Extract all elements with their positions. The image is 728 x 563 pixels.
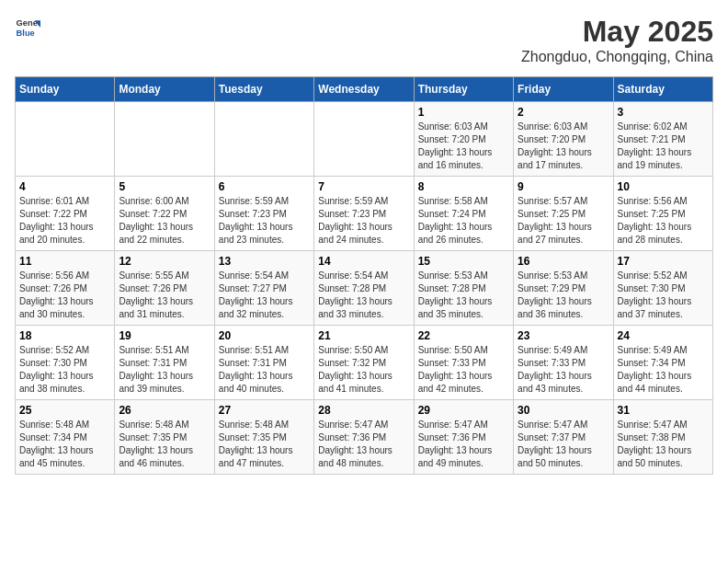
calendar-cell: 15Sunrise: 5:53 AMSunset: 7:28 PMDayligh… bbox=[414, 251, 513, 326]
calendar-cell: 18Sunrise: 5:52 AMSunset: 7:30 PMDayligh… bbox=[16, 326, 115, 400]
calendar-cell: 24Sunrise: 5:49 AMSunset: 7:34 PMDayligh… bbox=[613, 326, 712, 400]
calendar-cell: 31Sunrise: 5:47 AMSunset: 7:38 PMDayligh… bbox=[613, 400, 712, 475]
page-header: General Blue May 2025 Zhongduo, Chongqin… bbox=[15, 15, 713, 65]
day-info: Sunrise: 5:48 AMSunset: 7:35 PMDaylight:… bbox=[119, 419, 210, 470]
day-info: Sunrise: 5:56 AMSunset: 7:26 PMDaylight:… bbox=[19, 270, 110, 321]
calendar-cell: 12Sunrise: 5:55 AMSunset: 7:26 PMDayligh… bbox=[115, 251, 214, 326]
day-info: Sunrise: 5:51 AMSunset: 7:31 PMDaylight:… bbox=[219, 344, 310, 396]
calendar-cell: 3Sunrise: 6:02 AMSunset: 7:21 PMDaylight… bbox=[613, 102, 712, 177]
calendar-cell bbox=[214, 102, 313, 177]
day-number: 10 bbox=[618, 180, 709, 193]
day-info: Sunrise: 6:00 AMSunset: 7:22 PMDaylight:… bbox=[119, 195, 210, 247]
calendar-cell: 10Sunrise: 5:56 AMSunset: 7:25 PMDayligh… bbox=[613, 177, 712, 251]
day-number: 4 bbox=[19, 180, 110, 193]
day-number: 22 bbox=[418, 329, 509, 342]
day-number: 28 bbox=[318, 404, 409, 417]
day-info: Sunrise: 5:47 AMSunset: 7:37 PMDaylight:… bbox=[518, 419, 609, 470]
day-info: Sunrise: 5:56 AMSunset: 7:25 PMDaylight:… bbox=[618, 195, 709, 247]
day-number: 26 bbox=[119, 404, 210, 417]
day-number: 16 bbox=[518, 255, 609, 268]
day-info: Sunrise: 5:50 AMSunset: 7:32 PMDaylight:… bbox=[318, 344, 409, 396]
weekday-monday: Monday bbox=[115, 77, 214, 102]
day-info: Sunrise: 6:03 AMSunset: 7:20 PMDaylight:… bbox=[518, 121, 609, 172]
weekday-wednesday: Wednesday bbox=[314, 77, 414, 102]
calendar-cell bbox=[115, 102, 214, 177]
day-number: 3 bbox=[618, 106, 709, 119]
calendar-cell: 1Sunrise: 6:03 AMSunset: 7:20 PMDaylight… bbox=[414, 102, 513, 177]
day-number: 20 bbox=[219, 329, 310, 342]
day-number: 5 bbox=[119, 180, 210, 193]
calendar-cell: 25Sunrise: 5:48 AMSunset: 7:34 PMDayligh… bbox=[16, 400, 115, 475]
day-number: 24 bbox=[618, 329, 709, 342]
day-info: Sunrise: 5:48 AMSunset: 7:34 PMDaylight:… bbox=[19, 419, 110, 470]
day-info: Sunrise: 5:52 AMSunset: 7:30 PMDaylight:… bbox=[19, 344, 110, 396]
day-info: Sunrise: 6:02 AMSunset: 7:21 PMDaylight:… bbox=[618, 121, 709, 172]
svg-text:Blue: Blue bbox=[17, 29, 35, 38]
weekday-sunday: Sunday bbox=[16, 77, 115, 102]
day-info: Sunrise: 5:51 AMSunset: 7:31 PMDaylight:… bbox=[119, 344, 210, 396]
day-info: Sunrise: 5:54 AMSunset: 7:27 PMDaylight:… bbox=[219, 270, 310, 321]
calendar-cell: 22Sunrise: 5:50 AMSunset: 7:33 PMDayligh… bbox=[414, 326, 513, 400]
calendar-cell: 7Sunrise: 5:59 AMSunset: 7:23 PMDaylight… bbox=[314, 177, 414, 251]
day-number: 21 bbox=[318, 329, 409, 342]
title-block: May 2025 Zhongduo, Chongqing, China bbox=[521, 15, 713, 65]
day-number: 19 bbox=[119, 329, 210, 342]
calendar-cell: 11Sunrise: 5:56 AMSunset: 7:26 PMDayligh… bbox=[16, 251, 115, 326]
day-number: 18 bbox=[19, 329, 110, 342]
day-number: 17 bbox=[618, 255, 709, 268]
day-number: 25 bbox=[19, 404, 110, 417]
day-number: 27 bbox=[219, 404, 310, 417]
week-row-4: 18Sunrise: 5:52 AMSunset: 7:30 PMDayligh… bbox=[16, 326, 713, 400]
day-number: 30 bbox=[518, 404, 609, 417]
calendar-table: SundayMondayTuesdayWednesdayThursdayFrid… bbox=[15, 76, 713, 475]
calendar-cell: 5Sunrise: 6:00 AMSunset: 7:22 PMDaylight… bbox=[115, 177, 214, 251]
calendar-cell: 21Sunrise: 5:50 AMSunset: 7:32 PMDayligh… bbox=[314, 326, 414, 400]
svg-text:General: General bbox=[17, 18, 40, 28]
day-info: Sunrise: 5:48 AMSunset: 7:35 PMDaylight:… bbox=[219, 419, 310, 470]
calendar-cell: 29Sunrise: 5:47 AMSunset: 7:36 PMDayligh… bbox=[414, 400, 513, 475]
day-number: 9 bbox=[518, 180, 609, 193]
calendar-cell: 17Sunrise: 5:52 AMSunset: 7:30 PMDayligh… bbox=[613, 251, 712, 326]
week-row-1: 1Sunrise: 6:03 AMSunset: 7:20 PMDaylight… bbox=[16, 102, 713, 177]
calendar-cell: 8Sunrise: 5:58 AMSunset: 7:24 PMDaylight… bbox=[414, 177, 513, 251]
day-info: Sunrise: 5:59 AMSunset: 7:23 PMDaylight:… bbox=[219, 195, 310, 247]
day-number: 11 bbox=[19, 255, 110, 268]
day-number: 2 bbox=[518, 106, 609, 119]
weekday-header-row: SundayMondayTuesdayWednesdayThursdayFrid… bbox=[16, 77, 713, 102]
calendar-subtitle: Zhongduo, Chongqing, China bbox=[521, 49, 713, 65]
calendar-cell: 2Sunrise: 6:03 AMSunset: 7:20 PMDaylight… bbox=[514, 102, 613, 177]
calendar-body: 1Sunrise: 6:03 AMSunset: 7:20 PMDaylight… bbox=[16, 102, 713, 475]
day-number: 6 bbox=[219, 180, 310, 193]
weekday-tuesday: Tuesday bbox=[214, 77, 313, 102]
calendar-cell: 14Sunrise: 5:54 AMSunset: 7:28 PMDayligh… bbox=[314, 251, 414, 326]
day-info: Sunrise: 5:47 AMSunset: 7:36 PMDaylight:… bbox=[418, 419, 509, 470]
week-row-3: 11Sunrise: 5:56 AMSunset: 7:26 PMDayligh… bbox=[16, 251, 713, 326]
calendar-cell: 23Sunrise: 5:49 AMSunset: 7:33 PMDayligh… bbox=[514, 326, 613, 400]
day-info: Sunrise: 5:49 AMSunset: 7:33 PMDaylight:… bbox=[518, 344, 609, 396]
weekday-friday: Friday bbox=[514, 77, 613, 102]
day-number: 14 bbox=[318, 255, 409, 268]
day-info: Sunrise: 5:53 AMSunset: 7:28 PMDaylight:… bbox=[418, 270, 509, 321]
calendar-cell: 30Sunrise: 5:47 AMSunset: 7:37 PMDayligh… bbox=[514, 400, 613, 475]
day-info: Sunrise: 6:03 AMSunset: 7:20 PMDaylight:… bbox=[418, 121, 509, 172]
logo-icon: General Blue bbox=[15, 15, 40, 40]
weekday-saturday: Saturday bbox=[613, 77, 712, 102]
day-number: 23 bbox=[518, 329, 609, 342]
day-number: 13 bbox=[219, 255, 310, 268]
calendar-cell: 28Sunrise: 5:47 AMSunset: 7:36 PMDayligh… bbox=[314, 400, 414, 475]
calendar-cell: 13Sunrise: 5:54 AMSunset: 7:27 PMDayligh… bbox=[214, 251, 313, 326]
logo: General Blue bbox=[15, 15, 44, 40]
week-row-5: 25Sunrise: 5:48 AMSunset: 7:34 PMDayligh… bbox=[16, 400, 713, 475]
day-info: Sunrise: 5:54 AMSunset: 7:28 PMDaylight:… bbox=[318, 270, 409, 321]
calendar-cell: 4Sunrise: 6:01 AMSunset: 7:22 PMDaylight… bbox=[16, 177, 115, 251]
day-number: 7 bbox=[318, 180, 409, 193]
day-info: Sunrise: 5:57 AMSunset: 7:25 PMDaylight:… bbox=[518, 195, 609, 247]
day-number: 1 bbox=[418, 106, 509, 119]
calendar-cell: 20Sunrise: 5:51 AMSunset: 7:31 PMDayligh… bbox=[214, 326, 313, 400]
calendar-cell: 27Sunrise: 5:48 AMSunset: 7:35 PMDayligh… bbox=[214, 400, 313, 475]
day-info: Sunrise: 5:49 AMSunset: 7:34 PMDaylight:… bbox=[618, 344, 709, 396]
calendar-cell: 16Sunrise: 5:53 AMSunset: 7:29 PMDayligh… bbox=[514, 251, 613, 326]
calendar-cell bbox=[16, 102, 115, 177]
calendar-cell: 9Sunrise: 5:57 AMSunset: 7:25 PMDaylight… bbox=[514, 177, 613, 251]
day-info: Sunrise: 5:50 AMSunset: 7:33 PMDaylight:… bbox=[418, 344, 509, 396]
